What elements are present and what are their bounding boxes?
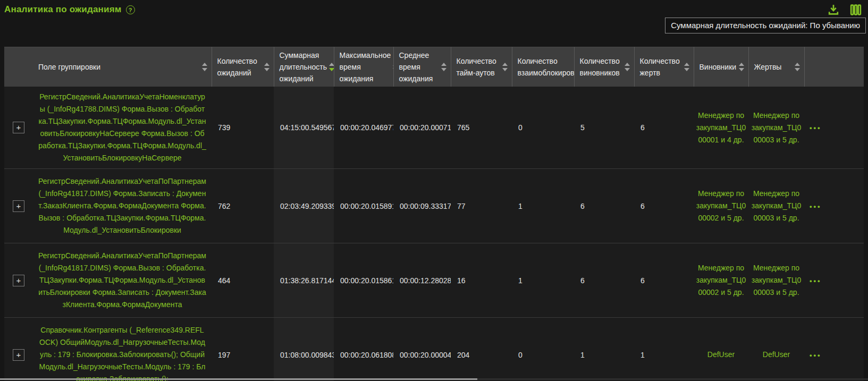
max-wait-cell: 00:00:20.015891 (334, 169, 393, 243)
victims-link[interactable]: DefUser (763, 349, 790, 361)
grouping-field-cell: РегистрСведений.АналитикаУчетаНоменклату… (33, 87, 212, 169)
victims-link[interactable]: Менеджер по закупкам_ТЦ000003 и 5 др. (751, 188, 802, 224)
column-header-label: Максимальное время ожидания (340, 49, 391, 84)
row-more-button[interactable]: ••• (810, 202, 822, 210)
sort-icon (502, 63, 509, 71)
horizontal-scrollbar[interactable] (0, 378, 868, 380)
column-header-avg-wait[interactable]: Среднее время ожидания (393, 47, 451, 87)
victims-count-cell: 6 (634, 169, 694, 243)
max-wait-cell: 00:00:20.015861 (334, 243, 393, 318)
avg-wait-cell: 00:00:12.280285 (393, 243, 451, 318)
column-header-victims-count[interactable]: Количество жертв (634, 47, 694, 87)
total-duration-cell: 01:08:00.009843 (274, 318, 334, 381)
total-duration-cell: 02:03:49.209339 (274, 169, 334, 243)
column-header-timeouts-count[interactable]: Количество тайм-аутов (451, 47, 512, 87)
sort-icon (264, 63, 271, 71)
column-header-label: Поле группировки (38, 61, 100, 73)
timeouts-count-cell: 77 (451, 169, 512, 243)
column-header-victims[interactable]: Жертвы (748, 47, 804, 87)
column-header-label: Количество виновников (580, 55, 622, 79)
waits-analytics-table: Поле группировки Количество ожиданий Сум… (4, 47, 864, 381)
row-more-button[interactable]: ••• (810, 351, 822, 359)
column-header-label: Количество взаимоблокировок (518, 55, 575, 79)
sort-icon (625, 63, 631, 71)
deadlocks-count-cell: 0 (512, 87, 574, 169)
avg-wait-cell: 00:00:20.000718 (393, 87, 451, 169)
expand-row-button[interactable]: + (13, 122, 24, 133)
culprits-link[interactable]: DefUser (707, 349, 735, 361)
sort-desc-icon (329, 63, 334, 71)
culprits-link[interactable]: Менеджер по закупкам_ТЦ000002 и 5 др. (696, 188, 746, 224)
sort-icon (441, 63, 448, 71)
grouping-field-cell: РегистрСведений.АналитикаУчетаПоПартнера… (33, 169, 212, 243)
max-wait-cell: 00:00:20.046977 (334, 87, 393, 169)
total-duration-cell: 01:38:26.817144 (274, 243, 334, 318)
table-row: + РегистрСведений.АналитикаУчетаНоменкла… (4, 87, 864, 169)
column-header-label: Количество тайм-аутов (457, 55, 500, 79)
scrollbar-thumb[interactable] (0, 378, 477, 380)
sort-icon (739, 63, 745, 71)
column-header-waits-count[interactable]: Количество ожиданий (212, 47, 274, 87)
top-bar: Аналитика по ожиданиям ? (0, 0, 868, 17)
column-header-total-duration[interactable]: Суммарная длительность ожиданий (274, 47, 334, 87)
expand-row-button[interactable]: + (13, 275, 24, 286)
table-row: + Справочник.Контрагенты (_Reference349.… (4, 318, 864, 381)
victims-link[interactable]: Менеджер по закупкам_ТЦ000003 и 5 др. (751, 262, 802, 299)
column-header-label: Жертвы (754, 61, 782, 73)
column-header-deadlocks-count[interactable]: Количество взаимоблокировок (512, 47, 574, 87)
culprits-link[interactable]: Менеджер по закупкам_ТЦ000001 и 4 др. (696, 109, 746, 146)
column-header-culprits-count[interactable]: Количество виновников (574, 47, 634, 87)
waits-count-cell: 762 (212, 169, 274, 243)
toolbar-icons (827, 3, 863, 16)
victims-count-cell: 6 (634, 87, 694, 169)
sort-status-tooltip: Суммарная длительность ожиданий: По убыв… (665, 18, 866, 33)
max-wait-cell: 00:00:20.061808 (334, 318, 393, 381)
culprits-link[interactable]: Менеджер по закупкам_ТЦ000002 и 5 др. (696, 262, 746, 299)
column-header-label: Количество жертв (640, 55, 682, 79)
download-icon (827, 3, 840, 16)
timeouts-count-cell: 765 (451, 87, 512, 169)
waits-count-cell: 739 (212, 87, 274, 169)
sort-icon (202, 63, 208, 71)
row-more-button[interactable]: ••• (810, 277, 822, 285)
waits-count-cell: 197 (212, 318, 274, 381)
column-header-label: Виновники (700, 61, 737, 73)
table-row: + РегистрСведений.АналитикаУчетаПоПартне… (4, 169, 864, 243)
download-button[interactable] (827, 3, 840, 16)
row-more-button[interactable]: ••• (810, 124, 822, 132)
victims-count-cell: 1 (634, 318, 694, 381)
expand-row-button[interactable]: + (13, 200, 24, 212)
culprits-count-cell: 5 (574, 87, 634, 169)
avg-wait-cell: 00:00:20.000048 (393, 318, 451, 381)
waits-count-cell: 464 (212, 243, 274, 318)
culprits-count-cell: 1 (574, 318, 634, 381)
grouping-field-cell: Справочник.Контрагенты (_Reference349.RE… (33, 318, 212, 381)
column-header-culprits[interactable]: Виновники (694, 47, 748, 87)
table-header-row: Поле группировки Количество ожиданий Сум… (4, 47, 864, 87)
victims-count-cell: 6 (634, 243, 694, 318)
columns-button[interactable] (849, 3, 863, 16)
avg-wait-cell: 00:00:09.333177 (393, 169, 451, 243)
deadlocks-count-cell: 0 (512, 318, 574, 381)
culprits-count-cell: 6 (574, 243, 634, 318)
total-duration-cell: 04:15:00.549567 (274, 87, 334, 169)
deadlocks-count-cell: 1 (512, 169, 574, 243)
grouping-field-cell: РегистрСведений.АналитикаУчетаПоПартнера… (33, 243, 212, 318)
sort-icon (795, 63, 801, 71)
deadlocks-count-cell: 1 (512, 243, 574, 318)
page-title: Аналитика по ожиданиям (4, 4, 122, 15)
timeouts-count-cell: 16 (451, 243, 512, 318)
culprits-count-cell: 6 (574, 169, 634, 243)
sort-icon (684, 63, 690, 71)
column-header-label: Суммарная длительность ожиданий (280, 49, 327, 84)
column-header-max-wait[interactable]: Максимальное время ожидания (334, 47, 393, 87)
table-row: + РегистрСведений.АналитикаУчетаПоПартне… (4, 243, 864, 318)
column-header-grouping-field[interactable]: Поле группировки (4, 47, 212, 87)
column-header-actions (804, 47, 864, 87)
column-header-label: Количество ожиданий (217, 55, 262, 79)
victims-link[interactable]: Менеджер по закупкам_ТЦ000003 и 5 др. (751, 109, 802, 146)
timeouts-count-cell: 204 (451, 318, 512, 381)
help-icon[interactable]: ? (126, 5, 135, 14)
column-header-label: Среднее время ожидания (399, 49, 439, 84)
expand-row-button[interactable]: + (13, 349, 24, 361)
